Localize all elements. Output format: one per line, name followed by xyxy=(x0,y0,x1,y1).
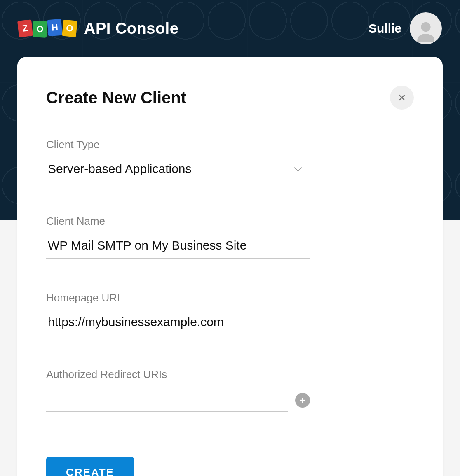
chevron-down-icon xyxy=(292,163,304,177)
close-button[interactable] xyxy=(390,86,414,110)
client-type-value: Server-based Applications xyxy=(46,159,310,182)
client-type-select[interactable]: Server-based Applications xyxy=(46,159,310,182)
client-name-label: Client Name xyxy=(46,215,310,228)
logo-letter-h: H xyxy=(47,19,63,36)
logo-letter-z: Z xyxy=(17,19,33,37)
create-button[interactable]: CREATE xyxy=(46,457,134,476)
field-client-name: Client Name xyxy=(46,215,310,259)
plus-icon xyxy=(299,397,306,404)
create-client-card: Create New Client Client Type Server-bas… xyxy=(17,57,443,476)
header-bar: Z O H O API Console Sullie xyxy=(0,0,460,57)
zoho-logo: Z O H O xyxy=(18,20,77,37)
actions-row: CREATE xyxy=(46,457,414,476)
card-title: Create New Client xyxy=(46,89,186,107)
logo-letter-o1: O xyxy=(33,21,47,38)
logo-letter-o2: O xyxy=(62,20,77,37)
field-homepage-url: Homepage URL xyxy=(46,292,310,335)
field-client-type: Client Type Server-based Applications xyxy=(46,138,310,182)
redirect-uri-input[interactable] xyxy=(46,388,288,412)
avatar[interactable] xyxy=(410,12,442,44)
user-name: Sullie xyxy=(368,21,401,35)
homepage-url-input[interactable] xyxy=(46,312,310,335)
redirect-uri-row xyxy=(46,388,310,412)
close-icon xyxy=(397,93,406,102)
redirect-uris-label: Authorized Redirect URIs xyxy=(46,368,310,381)
user-block[interactable]: Sullie xyxy=(368,12,442,44)
homepage-url-label: Homepage URL xyxy=(46,292,310,304)
client-name-input[interactable] xyxy=(46,235,310,259)
brand-block: Z O H O API Console xyxy=(18,20,178,37)
client-type-label: Client Type xyxy=(46,138,310,151)
brand-text: API Console xyxy=(84,20,178,37)
field-redirect-uris: Authorized Redirect URIs xyxy=(46,368,310,412)
card-header: Create New Client xyxy=(46,86,414,110)
add-uri-button[interactable] xyxy=(295,393,310,408)
person-icon xyxy=(413,19,439,44)
